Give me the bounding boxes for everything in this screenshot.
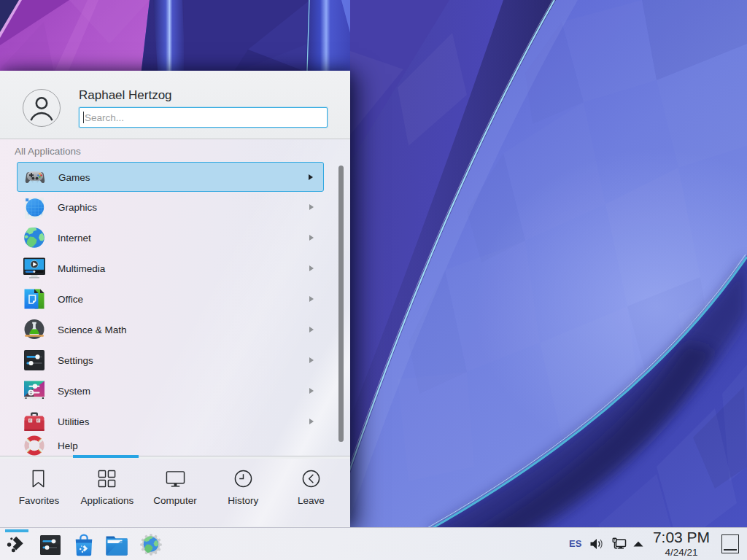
category-icon	[23, 195, 46, 219]
category-row[interactable]: Multimedia	[17, 254, 324, 284]
tab-icon	[29, 469, 49, 489]
system-settings-taskbar-icon[interactable]	[38, 532, 63, 557]
category-icon	[23, 257, 46, 280]
tab-label: Leave	[298, 495, 325, 506]
user-name: Raphael Hertzog	[79, 88, 172, 103]
digital-clock[interactable]: 7:03 PM 4/24/21	[651, 529, 711, 559]
keyboard-layout-indicator[interactable]: ES	[569, 538, 581, 549]
category-icon	[23, 287, 46, 311]
text-cursor	[83, 112, 84, 123]
category-label: Games	[58, 163, 90, 192]
chevron-right-icon	[309, 235, 314, 241]
tab-icon	[301, 469, 321, 489]
desktop: Raphael Hertzog Search... All Applicatio…	[0, 0, 747, 560]
category-label: Multimedia	[58, 254, 105, 284]
category-icon	[23, 410, 46, 433]
tabbar-separator	[0, 456, 350, 456]
tab-label: Applications	[80, 495, 133, 506]
web-browser-taskbar-icon[interactable]	[139, 532, 163, 557]
tray-expand-caret-icon[interactable]	[633, 541, 643, 547]
launcher-header: Raphael Hertzog Search...	[0, 71, 350, 139]
application-launcher-popup: Raphael Hertzog Search... All Applicatio…	[0, 71, 350, 527]
tab-icon	[166, 469, 185, 489]
network-icon[interactable]	[612, 537, 627, 551]
chevron-right-icon	[309, 388, 314, 394]
category-icon	[23, 349, 46, 372]
tab-label: History	[228, 495, 258, 506]
active-tab-indicator	[73, 455, 139, 458]
category-label: Graphics	[58, 192, 97, 222]
taskbar-panel: ES 7:03 PM 4/24/21	[0, 527, 747, 560]
category-row[interactable]: Settings	[17, 346, 324, 376]
launcher-tab[interactable]: Applications	[73, 459, 141, 526]
chevron-right-icon	[309, 204, 314, 210]
category-row[interactable]: Internet	[17, 223, 324, 253]
chevron-right-icon	[309, 357, 314, 363]
category-icon	[23, 226, 46, 249]
discover-store-taskbar-icon[interactable]	[71, 532, 96, 557]
launcher-tab[interactable]: Leave	[277, 459, 345, 526]
chevron-right-icon	[309, 327, 314, 332]
category-icon	[23, 318, 46, 341]
search-input[interactable]: Search...	[79, 107, 328, 128]
show-desktop-line	[724, 549, 737, 551]
category-label: Office	[58, 284, 83, 314]
category-label: Settings	[58, 346, 93, 376]
category-label: Help	[58, 431, 78, 456]
file-manager-taskbar-icon[interactable]	[104, 532, 129, 557]
category-icon	[23, 434, 46, 456]
list-scrollbar[interactable]	[338, 166, 344, 442]
category-label: Science & Math	[58, 315, 127, 345]
tab-label: Computer	[153, 495, 196, 506]
tab-icon	[233, 469, 253, 489]
tab-icon	[97, 469, 117, 489]
launcher-tab[interactable]: History	[209, 459, 277, 526]
search-placeholder: Search...	[85, 112, 124, 123]
category-list: Games Graphics Internet	[0, 139, 350, 456]
show-desktop-button[interactable]	[721, 534, 739, 553]
launcher-tab[interactable]: Computer	[141, 459, 209, 526]
chevron-right-icon	[309, 174, 313, 180]
launcher-tabbar: Favorites Applications Computer	[0, 459, 350, 526]
clock-date: 4/24/21	[651, 546, 711, 559]
category-icon	[23, 379, 46, 402]
category-row[interactable]: System	[17, 376, 324, 406]
volume-icon[interactable]	[589, 537, 604, 551]
category-row[interactable]: Science & Math	[17, 315, 324, 345]
category-row[interactable]: Graphics	[17, 192, 324, 222]
category-row[interactable]: Help	[17, 431, 324, 456]
user-avatar[interactable]	[23, 89, 61, 127]
chevron-right-icon	[309, 419, 314, 424]
tab-label: Favorites	[19, 495, 60, 506]
category-label: System	[58, 376, 90, 406]
chevron-right-icon	[309, 265, 314, 271]
user-avatar-icon	[23, 90, 60, 126]
category-row[interactable]: Office	[17, 284, 324, 314]
clock-time: 7:03 PM	[651, 529, 711, 546]
category-icon	[23, 166, 47, 189]
category-label: Internet	[58, 223, 91, 253]
launcher-tab[interactable]: Favorites	[5, 459, 73, 526]
category-row[interactable]: Games	[17, 162, 324, 192]
kali-menu-launcher-button[interactable]	[4, 532, 29, 557]
section-label: All Applications	[15, 146, 81, 157]
chevron-right-icon	[309, 296, 314, 302]
